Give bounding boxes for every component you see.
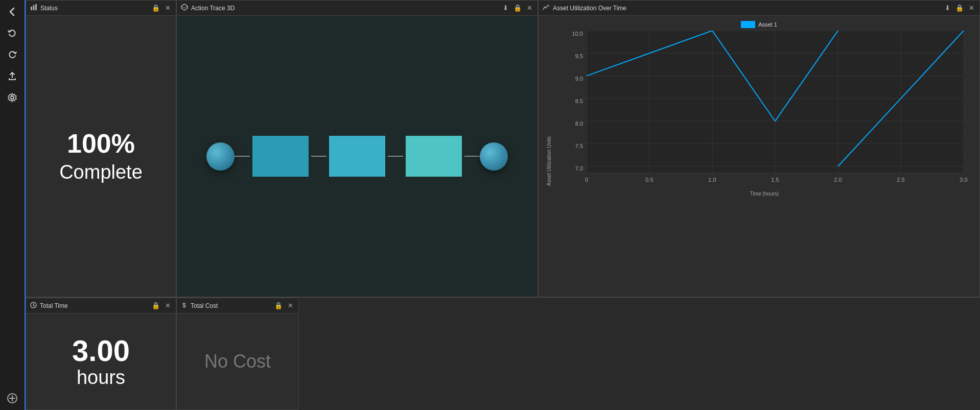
3d-icon <box>181 4 188 12</box>
chart-download-btn[interactable]: ⬇ <box>944 5 951 11</box>
svg-rect-5 <box>33 5 35 10</box>
chart-panel-title: Asset Utilization Over Time <box>553 5 941 12</box>
chart-y-axis-label: Asset Utilization Units <box>546 31 554 292</box>
trace-box-1 <box>250 133 311 179</box>
trace-box-2 <box>326 133 388 179</box>
trace-line-1 <box>235 156 250 157</box>
trace-panel: Action Trace 3D ⬇ 🔒 ✕ <box>176 0 538 297</box>
trace-sphere-left <box>206 142 235 171</box>
trace-box-inner-1 <box>252 136 309 177</box>
trace-scene <box>206 133 508 179</box>
chart-x-axis-label: Time (hours) <box>557 191 972 197</box>
main-content: Status 🔒 ✕ 100% Complete Action Trace 3D… <box>26 0 980 410</box>
undo-icon[interactable] <box>5 26 20 41</box>
status-panel-title: Status <box>40 5 148 12</box>
chart-area: Asset Utilization Units 10.0 9.5 <box>546 31 972 292</box>
trace-close-btn[interactable]: ✕ <box>526 5 533 11</box>
cost-content: No Cost <box>177 313 298 409</box>
legend-label-asset1: Asset 1 <box>758 21 777 28</box>
chart-panel-header: Asset Utilization Over Time ⬇ 🔒 ✕ <box>539 1 979 16</box>
total-time-unit: hours <box>77 367 125 389</box>
svg-text:1.5: 1.5 <box>771 177 779 183</box>
status-content: 100% Complete <box>26 16 176 297</box>
svg-text:$: $ <box>182 302 186 308</box>
status-panel-header: Status 🔒 ✕ <box>26 1 176 16</box>
trace-sphere-right <box>480 142 508 171</box>
total-cost-lock-btn[interactable]: 🔒 <box>273 302 284 309</box>
add-panel-icon[interactable] <box>5 391 20 406</box>
svg-text:7.0: 7.0 <box>575 165 583 172</box>
total-time-close-btn[interactable]: ✕ <box>164 302 172 309</box>
back-icon[interactable] <box>5 4 20 19</box>
trace-box-inner-2 <box>329 136 385 177</box>
svg-text:8.5: 8.5 <box>575 98 583 104</box>
svg-text:3.0: 3.0 <box>960 177 967 183</box>
total-cost-panel: $ Total Cost 🔒 ✕ No Cost <box>176 298 299 410</box>
trace-download-btn[interactable]: ⬇ <box>502 5 509 11</box>
time-content: 3.00 hours <box>26 313 176 409</box>
trace-line-2 <box>311 156 326 157</box>
total-cost-panel-title: Total Cost <box>191 302 270 309</box>
dollar-icon: $ <box>181 302 188 310</box>
line-chart-icon <box>543 4 550 12</box>
total-time-panel-actions: 🔒 ✕ <box>151 302 172 309</box>
trace-line-3 <box>388 156 403 157</box>
trace-panel-title: Action Trace 3D <box>191 5 499 12</box>
upload-icon[interactable] <box>5 68 20 84</box>
settings-icon[interactable] <box>5 90 20 105</box>
chart-lock-btn[interactable]: 🔒 <box>954 5 965 11</box>
svg-text:0.5: 0.5 <box>645 177 653 183</box>
chart-svg: 10.0 9.5 9.0 8.5 8.0 7.5 7.0 <box>557 31 972 189</box>
total-cost-panel-actions: 🔒 ✕ <box>273 302 294 309</box>
clock-icon <box>30 302 37 310</box>
sidebar <box>0 0 26 410</box>
redo-icon[interactable] <box>5 47 20 62</box>
chart-legend: Asset 1 <box>546 21 972 28</box>
trace-line-4 <box>464 156 480 157</box>
total-cost-close-btn[interactable]: ✕ <box>287 302 294 309</box>
svg-text:1.0: 1.0 <box>708 177 716 183</box>
chart-content: Asset 1 Asset Utilization Units <box>539 16 979 297</box>
total-cost-value: No Cost <box>204 351 271 372</box>
trace-content <box>177 16 538 297</box>
svg-point-0 <box>11 96 14 99</box>
svg-marker-8 <box>181 4 188 8</box>
svg-marker-7 <box>181 4 188 10</box>
total-time-lock-btn[interactable]: 🔒 <box>151 302 161 309</box>
status-lock-btn[interactable]: 🔒 <box>151 5 161 11</box>
bottom-row: Total Time 🔒 ✕ 3.00 hours $ Total Cost 🔒 <box>26 298 980 410</box>
trace-box-3 <box>403 133 464 179</box>
svg-text:10.0: 10.0 <box>572 31 583 37</box>
total-cost-panel-header: $ Total Cost 🔒 ✕ <box>177 298 298 313</box>
svg-text:9.5: 9.5 <box>575 53 583 59</box>
status-percent: 100% <box>67 128 135 159</box>
svg-text:7.5: 7.5 <box>575 143 583 149</box>
trace-panel-actions: ⬇ 🔒 ✕ <box>502 5 533 11</box>
svg-text:2.0: 2.0 <box>834 177 842 183</box>
svg-text:0: 0 <box>585 177 588 183</box>
status-close-btn[interactable]: ✕ <box>164 5 172 11</box>
legend-color-asset1 <box>741 21 755 28</box>
trace-lock-btn[interactable]: 🔒 <box>512 5 523 11</box>
trace-panel-header: Action Trace 3D ⬇ 🔒 ✕ <box>177 1 538 16</box>
svg-line-47 <box>34 305 35 306</box>
svg-rect-4 <box>31 7 32 10</box>
total-time-value: 3.00 <box>72 334 130 367</box>
svg-rect-6 <box>35 4 37 10</box>
total-time-panel-header: Total Time 🔒 ✕ <box>26 298 176 313</box>
top-row: Status 🔒 ✕ 100% Complete Action Trace 3D… <box>26 0 980 298</box>
chart-panel-actions: ⬇ 🔒 ✕ <box>944 5 975 11</box>
total-time-panel: Total Time 🔒 ✕ 3.00 hours <box>26 298 176 410</box>
svg-text:9.0: 9.0 <box>575 76 583 82</box>
chart-svg-wrapper: 10.0 9.5 9.0 8.5 8.0 7.5 7.0 <box>557 31 972 292</box>
svg-text:2.5: 2.5 <box>897 177 904 183</box>
svg-text:8.0: 8.0 <box>575 120 583 127</box>
chart-panel: Asset Utilization Over Time ⬇ 🔒 ✕ Asset … <box>538 0 980 297</box>
total-time-panel-title: Total Time <box>40 302 148 309</box>
status-panel: Status 🔒 ✕ 100% Complete <box>26 0 176 297</box>
status-label: Complete <box>59 160 143 185</box>
trace-box-inner-3 <box>406 136 462 177</box>
chart-close-btn[interactable]: ✕ <box>968 5 975 11</box>
status-panel-actions: 🔒 ✕ <box>151 5 172 11</box>
bar-chart-icon <box>30 4 37 12</box>
